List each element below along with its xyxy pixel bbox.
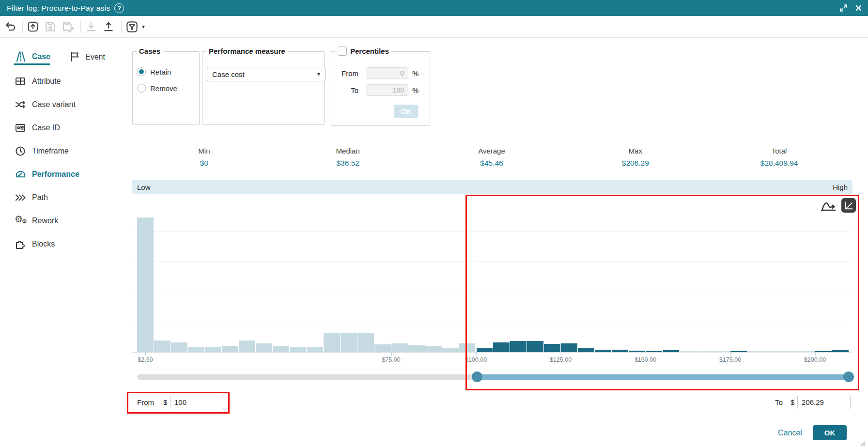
export-icon[interactable] [102,20,115,33]
histogram-bar [391,343,408,352]
histogram-bar [290,347,306,352]
resize-grip-icon[interactable] [858,439,866,447]
tab-event[interactable]: Event [85,53,105,62]
axis-tick [646,353,646,355]
range-slider-track[interactable] [137,374,851,380]
retain-radio[interactable] [137,67,146,76]
event-flag-icon [69,51,81,62]
histogram-plot [132,196,851,353]
low-label: Low [137,183,151,191]
range-slider-selected-track [477,374,851,380]
percentiles-checkbox[interactable] [338,46,347,56]
gridline [132,231,851,232]
blocks-puzzle-icon [15,238,26,250]
stat-total-value: $28,409.94 [760,159,798,168]
path-chevrons-icon [15,192,26,203]
selection-start-divider [475,196,477,352]
to-value-input[interactable] [797,395,851,409]
axis-tick-label: $100.00 [465,356,487,363]
sidebar-item-path[interactable]: Path [32,193,48,202]
histogram-bar [357,333,374,352]
stat-average-value: $45.46 [480,159,503,168]
stat-median-value: $36.52 [336,159,359,168]
percentile-from-label: From [333,69,358,77]
axis-tick [561,353,561,355]
dialog-titlebar: Filter log: Procure-to-Pay asis ? [0,0,868,16]
sidebar-item-attribute[interactable]: Attribute [32,77,61,86]
histogram-bar [324,333,340,352]
cancel-button[interactable]: Cancel [773,429,807,437]
ok-button[interactable]: OK [813,425,847,440]
percentile-from-input[interactable] [366,67,408,79]
save-edit-icon [61,20,75,33]
remove-radio[interactable] [137,84,146,93]
stat-average-label: Average [478,147,505,155]
histogram-axis: $2.50$75.00$100.00$125.00$150.00$175.00$… [132,352,851,368]
slider-handle-to[interactable] [843,371,854,382]
stats-row: Min $0 Median $36.52 Average $45.46 Max … [132,147,851,174]
stat-max-label: Max [629,147,642,155]
rework-gears-icon: ⚙ ⚙ [15,214,28,228]
filter-menu-caret-icon[interactable]: ▾ [142,23,145,30]
axis-tick [476,353,477,355]
histogram-bar [510,341,527,352]
remove-radio-label[interactable]: Remove [150,84,177,93]
from-value-input[interactable] [170,395,224,409]
percentile-to-unit: % [412,86,418,94]
apply-filter-icon[interactable] [26,20,40,33]
axis-tick [145,353,146,355]
histogram-bar [256,343,272,352]
percentile-from-unit: % [412,69,418,77]
axis-tick-label: $2.50 [138,356,153,363]
axis-tick-label: $75.00 [382,356,400,363]
percentiles-legend: Percentiles [335,46,391,56]
slider-handle-from[interactable] [472,371,482,382]
filter-menu-icon[interactable] [125,20,139,33]
case-road-icon [15,50,27,63]
chevron-down-icon: ▾ [317,71,320,77]
from-field-label: From [137,398,154,406]
histogram-bar [561,343,577,352]
histogram-bar [188,347,204,352]
performance-gauge-icon [15,169,27,181]
tab-case[interactable]: Case [32,52,50,61]
to-currency-symbol: $ [790,398,794,406]
axis-tick [391,353,392,355]
histogram-bar [137,217,154,352]
measure-select[interactable]: Case cost ▾ [207,67,326,81]
sidebar-item-case-id[interactable]: Case ID [32,124,60,132]
gear-small-icon: ⚙ [22,218,27,224]
histogram-bar [425,346,442,352]
undo-icon[interactable] [4,20,17,33]
stat-total-label: Total [772,147,787,155]
close-icon[interactable] [854,3,863,13]
sidebar-item-rework[interactable]: Rework [32,216,58,225]
import-icon [84,20,98,33]
gridline [132,321,851,321]
performance-measure-panel: Performance measure [202,51,325,125]
to-field-label: To [775,398,783,406]
sidebar-item-blocks[interactable]: Blocks [32,240,55,248]
percentiles-ok-button[interactable]: OK [394,105,418,118]
percentile-to-input[interactable] [366,84,408,96]
help-icon[interactable]: ? [114,3,124,13]
gridline [132,261,851,262]
histogram-bar [527,341,543,352]
sidebar-item-case-variant[interactable]: Case variant [32,100,76,109]
maximize-icon[interactable] [839,3,848,13]
tab-case-underline [14,63,50,65]
stat-max-value: $206.29 [622,159,649,168]
cumulative-chart-icon[interactable] [841,198,856,213]
sidebar-item-timeframe[interactable]: Timeframe [32,147,69,155]
cases-panel-legend: Cases [137,47,163,55]
retain-radio-label[interactable]: Retain [150,68,171,76]
save-icon [44,20,57,33]
distribution-chart-icon[interactable] [820,199,837,213]
sidebar-item-performance[interactable]: Performance [32,170,79,179]
performance-measure-legend: Performance measure [206,47,288,55]
timeframe-clock-icon [15,145,26,157]
histogram-bar [154,340,170,352]
measure-select-value: Case cost [212,70,245,78]
attribute-table-icon [15,76,26,87]
histogram-bar [493,342,510,352]
